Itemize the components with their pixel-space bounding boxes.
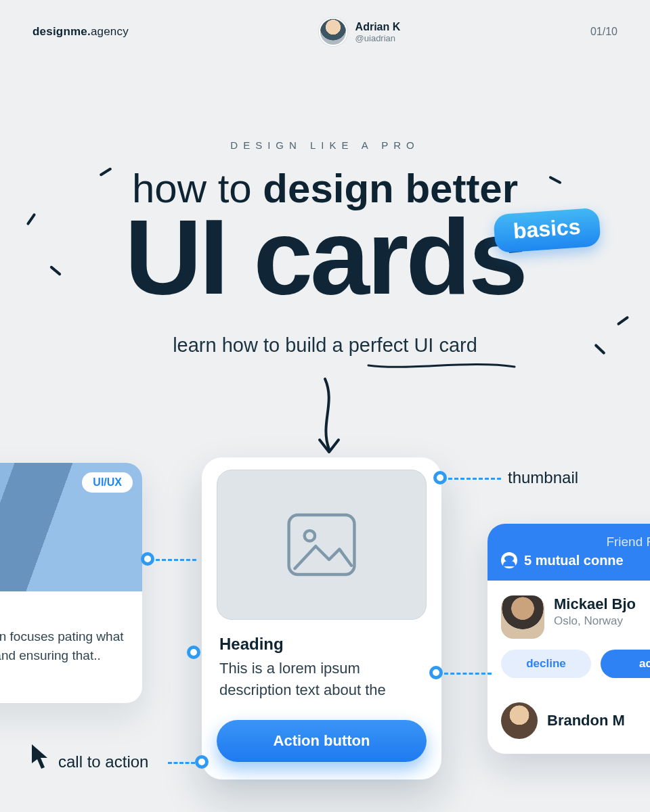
page-indicator: 01/10 [590, 26, 618, 38]
accept-button[interactable]: ac [601, 650, 650, 678]
anchor-dot [433, 471, 447, 484]
subtitle: learn how to build a perfect UI card [0, 334, 650, 357]
category-tag: UI/UX [82, 472, 133, 493]
article-body: n practices face (UI) Design focuses pat… [0, 591, 142, 703]
thumbnail-placeholder [217, 470, 427, 620]
friend-location: Oslo, Norway [554, 614, 636, 628]
article-thumbnail: UI/UX [0, 463, 142, 591]
example-card-article: UI/UX n practices face (UI) Design focus… [0, 463, 142, 703]
anchor-dot [187, 646, 200, 659]
dashed-connector [156, 559, 196, 561]
dashed-connector [444, 673, 492, 675]
underline-scribble [367, 361, 516, 371]
brand-light: agency [91, 25, 129, 38]
friend-avatar [501, 702, 538, 739]
friend-name: Brandon M [547, 712, 625, 729]
brand: designme.agency [32, 25, 129, 39]
annotation-cta: call to action [58, 752, 148, 771]
action-button[interactable]: Action button [217, 720, 427, 762]
friend-row: Mickael Bjo Oslo, Norway [488, 581, 650, 644]
mutual-text: 5 mutual conne [524, 553, 624, 568]
basics-badge: basics [494, 208, 601, 254]
overline: DESIGN LIKE A PRO [0, 139, 650, 151]
page-header: designme.agency Adrian K @uiadrian 01/10 [0, 18, 650, 46]
mutual-connections: 5 mutual conne [501, 552, 650, 568]
decorative-tick [617, 316, 630, 326]
author-handle: @uiadrian [355, 33, 401, 44]
author-avatar [319, 18, 347, 46]
svg-point-1 [305, 531, 315, 541]
anchor-dot [429, 666, 443, 679]
arrow-down-icon [316, 376, 343, 457]
dashed-connector [448, 478, 501, 480]
article-text: face (UI) Design focuses pating what use… [0, 627, 127, 664]
article-heading: n practices [0, 604, 127, 622]
friend-info: Mickael Bjo Oslo, Norway [554, 595, 636, 639]
template-card: Heading This is a lorem ipsum descriptio… [202, 457, 441, 780]
friend-avatar [501, 595, 544, 639]
friend-row: Brandon M [488, 693, 650, 754]
friend-actions: decline ac [488, 644, 650, 693]
template-heading: Heading [219, 635, 424, 654]
cursor-icon [30, 743, 50, 770]
dashed-connector [168, 762, 195, 764]
annotation-thumbnail: thumbnail [508, 468, 578, 487]
author-text: Adrian K @uiadrian [355, 20, 401, 44]
image-icon [284, 508, 359, 582]
friend-request-card: Friend Reques 5 mutual conne Mickael Bjo… [488, 524, 650, 754]
user-icon [501, 552, 517, 568]
anchor-dot [195, 755, 209, 769]
author-name: Adrian K [355, 20, 401, 33]
friend-name: Mickael Bjo [554, 595, 636, 613]
decline-button[interactable]: decline [501, 650, 591, 678]
brand-bold: designme. [32, 25, 91, 38]
anchor-dot [141, 552, 154, 566]
author-block: Adrian K @uiadrian [319, 18, 401, 46]
friend-request-title: Friend Reques [501, 535, 650, 549]
template-description: This is a lorem ipsum description text a… [219, 658, 424, 701]
friend-request-header: Friend Reques 5 mutual conne [488, 524, 650, 581]
